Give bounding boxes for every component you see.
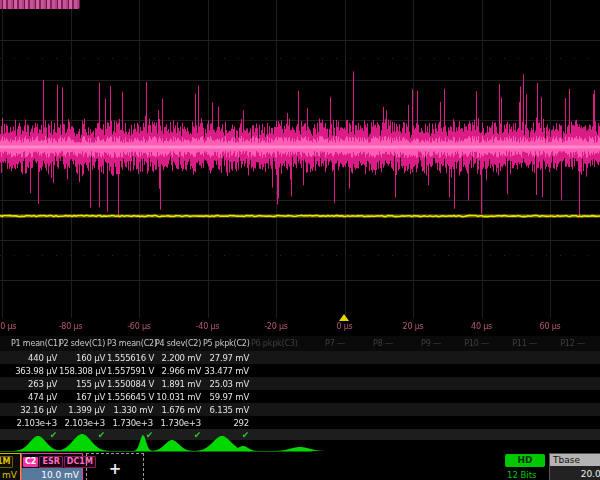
- time-axis-label: 20 µs: [403, 322, 424, 331]
- c2-eres-badge: ESR: [39, 456, 62, 468]
- measurement-value: 158.308 µV: [59, 366, 107, 376]
- plus-icon: +: [87, 454, 143, 480]
- measurement-value: 59.97 mV: [203, 392, 251, 402]
- add-trace-button[interactable]: +: [86, 453, 144, 480]
- parameter-histicons: [0, 433, 600, 453]
- measurement-value: 474 µV: [11, 392, 59, 402]
- timebase-scale: 20.0 µs: [550, 466, 600, 479]
- measurement-value: 160 µV: [59, 353, 107, 363]
- c1-vertical-scale: 10.0 mV: [0, 468, 20, 480]
- time-axis-label: -80 µs: [59, 322, 83, 331]
- measurement-value: 1.557591 V: [107, 366, 155, 376]
- hd-mode-badge[interactable]: HD: [505, 454, 545, 467]
- measurement-value: 1.555616 V: [107, 353, 155, 363]
- table-row: 2.103e+32.103e+31.730e+31.730e+3292: [0, 416, 600, 429]
- oscilloscope-screen: -100 µs-80 µs-60 µs-40 µs-20 µs0 µs20 µs…: [0, 0, 600, 480]
- measurement-value: 1.676 mV: [155, 405, 203, 415]
- measurement-value: 2.966 mV: [155, 366, 203, 376]
- trigger-position-icon[interactable]: [339, 314, 349, 321]
- time-axis-label: -40 µs: [196, 322, 220, 331]
- time-axis-label: -20 µs: [264, 322, 288, 331]
- c2-channel-badge: C2: [23, 457, 38, 467]
- parameter-header-p5[interactable]: P5 pkpk(C2): [203, 339, 251, 348]
- parameter-header-p12[interactable]: P12 ---: [539, 339, 587, 348]
- measurement-value: 292: [203, 418, 251, 428]
- table-row: 263 µV155 µV1.550084 V1.891 mV25.03 mV: [0, 377, 600, 390]
- table-row: 32.16 µV1.399 µV1.330 mV1.676 mV6.135 mV: [0, 403, 600, 416]
- measurement-value: 10.031 mV: [155, 392, 203, 402]
- measurement-value: 33.477 mV: [203, 366, 251, 376]
- table-row: P1 mean(C1)P2 sdev(C1)P3 mean(C2)P4 sdev…: [0, 336, 600, 351]
- measurement-value: 25.03 mV: [203, 379, 251, 389]
- measurement-value: 440 µV: [11, 353, 59, 363]
- measurement-value: 2.200 mV: [155, 353, 203, 363]
- measurement-value: 1.891 mV: [155, 379, 203, 389]
- table-row: 474 µV167 µV1.556645 V10.031 mV59.97 mV: [0, 390, 600, 403]
- c1-coupling-badge: DC1M: [0, 456, 13, 468]
- channel-c2-descriptor[interactable]: C2 ESR DC1M 10.0 mV: [21, 453, 83, 480]
- time-axis-label: -100 µs: [0, 322, 16, 331]
- measurement-value: 1.730e+3: [155, 418, 203, 428]
- parameter-header-p4[interactable]: P4 sdev(C2): [155, 339, 203, 348]
- timebase-descriptor[interactable]: Tbase 20.0 µs: [549, 453, 600, 480]
- parameter-header-p11[interactable]: P11 ---: [491, 339, 539, 348]
- measurement-value: 363.98 µV: [11, 366, 59, 376]
- channel-c1-descriptor[interactable]: C1 DC1M 10.0 mV: [0, 453, 21, 480]
- time-axis-label: 40 µs: [471, 322, 492, 331]
- time-axis-label: 0 µs: [336, 322, 352, 331]
- parameter-header-p1[interactable]: P1 mean(C1): [11, 339, 59, 348]
- measurement-value: 6.135 mV: [203, 405, 251, 415]
- measurement-value: 1.330 mV: [107, 405, 155, 415]
- measurement-value: 2.103e+3: [11, 418, 59, 428]
- measurement-value: 167 µV: [59, 392, 107, 402]
- time-axis-label: -60 µs: [127, 322, 151, 331]
- waveform-traces: [0, 0, 600, 330]
- measurement-value: 263 µV: [11, 379, 59, 389]
- timebase-title: Tbase: [550, 454, 600, 466]
- parameter-header-p10[interactable]: P10 ---: [443, 339, 491, 348]
- measurement-value: 155 µV: [59, 379, 107, 389]
- parameter-header-p8[interactable]: P8 ---: [347, 339, 395, 348]
- time-axis-label: 60 µs: [540, 322, 561, 331]
- measurement-value: 1.399 µV: [59, 405, 107, 415]
- table-row: 363.98 µV158.308 µV1.557591 V2.966 mV33.…: [0, 364, 600, 377]
- time-axis: -100 µs-80 µs-60 µs-40 µs-20 µs0 µs20 µs…: [0, 318, 600, 336]
- measurement-value: 1.550084 V: [107, 379, 155, 389]
- hd-bits-label: 12 Bits: [507, 470, 536, 480]
- parameter-header-p3[interactable]: P3 mean(C2): [107, 339, 155, 348]
- parameter-header-p7[interactable]: P7 ---: [299, 339, 347, 348]
- c2-vertical-scale: 10.0 mV: [22, 468, 82, 480]
- measurement-value: 1.730e+3: [107, 418, 155, 428]
- measurement-value: 32.16 µV: [11, 405, 59, 415]
- parameter-header-p9[interactable]: P9 ---: [395, 339, 443, 348]
- measurement-value: 2.103e+3: [59, 418, 107, 428]
- parameter-header-p2[interactable]: P2 sdev(C1): [59, 339, 107, 348]
- parameter-header-p6[interactable]: P6 pkpk(C3): [251, 339, 299, 348]
- table-row: 440 µV160 µV1.555616 V2.200 mV27.97 mV: [0, 351, 600, 364]
- measurement-table: P1 mean(C1)P2 sdev(C1)P3 mean(C2)P4 sdev…: [0, 336, 600, 440]
- measurement-value: 27.97 mV: [203, 353, 251, 363]
- cropped-trace-label: [0, 0, 80, 9]
- measurement-value: 1.556645 V: [107, 392, 155, 402]
